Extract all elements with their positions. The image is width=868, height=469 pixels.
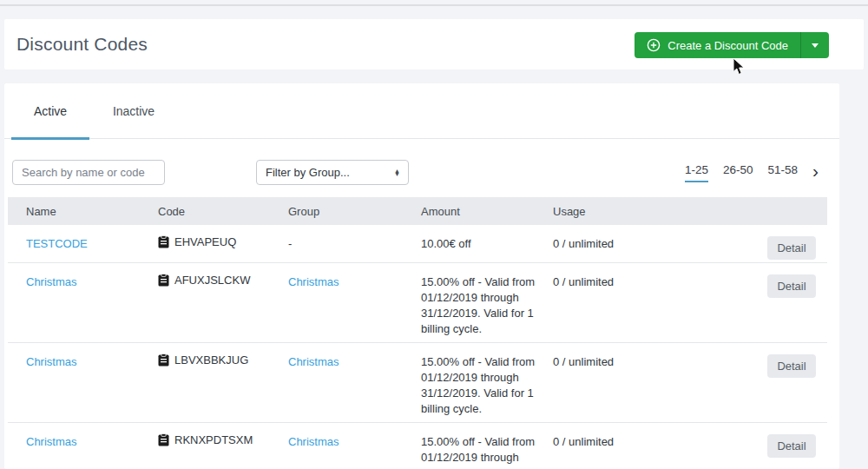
clipboard-icon[interactable] <box>158 433 169 446</box>
amount-cell: 10.00€ off <box>421 236 536 252</box>
clipboard-icon[interactable] <box>158 353 169 367</box>
discount-code-cell: EHVAPEUQ <box>158 235 236 248</box>
detail-button[interactable]: Detail <box>767 354 816 378</box>
usage-cell: 0 / unlimited <box>553 237 614 250</box>
table-row: Christmas LBVXBBKJUG Christmas 15.00% of… <box>8 343 827 423</box>
next-page-chevron-icon[interactable]: › <box>812 165 819 177</box>
usage-cell: 0 / unlimited <box>553 435 614 448</box>
amount-cell: 15.00% off - Valid from 01/12/2019 throu… <box>421 434 536 469</box>
table-header: Name Code Group Amount Usage <box>8 197 827 225</box>
group-filter-select[interactable]: Filter by Group... ▲▼ <box>256 160 409 185</box>
tab-active[interactable]: Active <box>11 83 89 139</box>
detail-button[interactable]: Detail <box>767 274 816 298</box>
discount-codes-table: Name Code Group Amount Usage TESTCODE EH… <box>8 197 827 469</box>
amount-cell: 15.00% off - Valid from 01/12/2019 throu… <box>421 354 536 417</box>
group-link[interactable]: Christmas <box>288 275 339 288</box>
discount-code-cell: RKNXPDTSXM <box>158 433 253 446</box>
detail-button[interactable]: Detail <box>767 236 816 260</box>
discount-code-text: RKNXPDTSXM <box>174 433 253 446</box>
create-discount-code-label: Create a Discount Code <box>667 39 788 52</box>
usage-cell: 0 / unlimited <box>553 275 614 288</box>
group-cell: - <box>288 237 292 250</box>
select-updown-icon: ▲▼ <box>394 169 400 176</box>
page-link-1-25[interactable]: 1-25 <box>685 163 708 182</box>
table-row: Christmas AFUXJSLCKW Christmas 15.00% of… <box>8 263 827 343</box>
plus-circle-icon <box>647 38 661 52</box>
amount-cell: 15.00% off - Valid from 01/12/2019 throu… <box>421 274 536 337</box>
group-link[interactable]: Christmas <box>288 435 339 448</box>
discount-code-cell: AFUXJSLCKW <box>158 274 250 287</box>
pagination: 1-25 26-50 51-58 › <box>685 160 819 185</box>
column-header-name: Name <box>26 205 56 218</box>
table-row: TESTCODE EHVAPEUQ - 10.00€ off 0 / unlim… <box>8 225 827 263</box>
detail-button[interactable]: Detail <box>767 434 816 458</box>
tab-inactive[interactable]: Inactive <box>107 83 161 139</box>
top-divider <box>0 4 868 6</box>
column-header-group: Group <box>288 205 319 218</box>
column-header-code: Code <box>158 205 185 218</box>
search-input[interactable] <box>12 160 165 185</box>
group-filter-value: Filter by Group... <box>266 166 350 179</box>
page-link-51-58[interactable]: 51-58 <box>767 163 798 182</box>
tab-bar: Active Inactive <box>4 83 839 139</box>
discount-code-text: EHVAPEUQ <box>174 235 236 248</box>
page-title: Discount Codes <box>16 34 148 55</box>
discount-name-link[interactable]: Christmas <box>26 435 77 448</box>
discount-name-link[interactable]: TESTCODE <box>26 237 88 250</box>
create-discount-code-button-group: Create a Discount Code <box>635 32 829 58</box>
clipboard-icon[interactable] <box>158 235 169 248</box>
discount-code-cell: LBVXBBKJUG <box>158 353 248 367</box>
clipboard-icon[interactable] <box>158 274 169 287</box>
create-discount-code-dropdown-toggle[interactable] <box>800 32 829 58</box>
column-header-amount: Amount <box>421 205 460 218</box>
column-header-usage: Usage <box>553 205 586 218</box>
group-link[interactable]: Christmas <box>288 355 339 368</box>
discount-name-link[interactable]: Christmas <box>26 355 77 368</box>
page-link-26-50[interactable]: 26-50 <box>723 163 753 182</box>
discount-name-link[interactable]: Christmas <box>26 275 77 288</box>
mouse-cursor <box>732 57 746 76</box>
create-discount-code-button[interactable]: Create a Discount Code <box>635 32 800 58</box>
table-row: Christmas RKNXPDTSXM Christmas 15.00% of… <box>8 423 827 469</box>
usage-cell: 0 / unlimited <box>553 355 614 368</box>
discount-codes-panel: Active Inactive Filter by Group... ▲▼ 1-… <box>4 83 839 469</box>
discount-code-text: AFUXJSLCKW <box>174 274 250 287</box>
caret-down-icon <box>812 43 819 48</box>
discount-code-text: LBVXBBKJUG <box>174 353 248 367</box>
